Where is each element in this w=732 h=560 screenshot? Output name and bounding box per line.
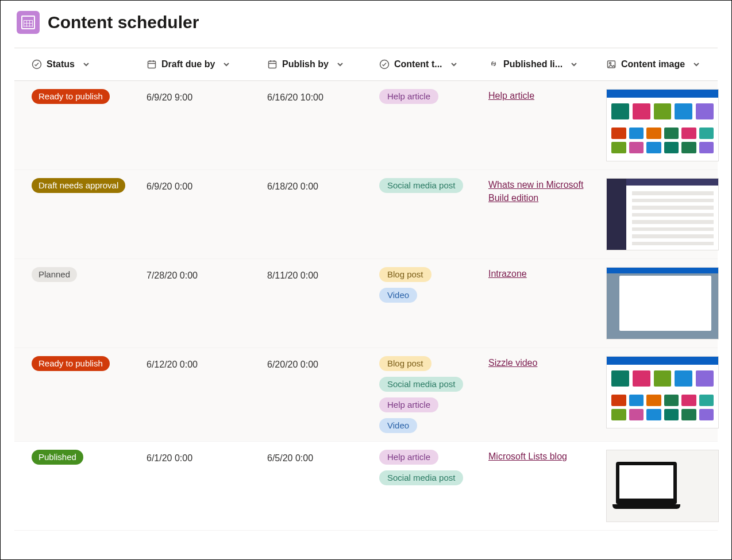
published-link-cell: Sizzle video bbox=[488, 356, 606, 369]
status-cell: Draft needs approval bbox=[32, 178, 147, 195]
content-type-cell: Social media post bbox=[379, 178, 488, 193]
table-row[interactable]: Ready to publish6/9/20 9:006/16/20 10:00… bbox=[14, 81, 718, 170]
content-image-thumbnail[interactable] bbox=[606, 450, 719, 522]
column-header[interactable]: Status bbox=[32, 48, 147, 80]
table-row[interactable]: Ready to publish6/12/20 0:006/20/20 0:00… bbox=[14, 348, 718, 442]
column-header[interactable]: Published li... bbox=[488, 48, 606, 80]
column-header[interactable]: Content t... bbox=[379, 48, 488, 80]
calendar-app-icon bbox=[17, 11, 40, 34]
content-image-thumbnail[interactable] bbox=[606, 178, 719, 250]
published-link[interactable]: Help article bbox=[488, 91, 534, 101]
content-type-cell: Blog postVideo bbox=[379, 267, 488, 303]
table-row[interactable]: Planned7/28/20 0:008/11/20 0:00Blog post… bbox=[14, 259, 718, 348]
column-label: Status bbox=[47, 59, 75, 69]
publish-by-cell: 8/11/20 0:00 bbox=[267, 267, 379, 281]
link-icon bbox=[488, 59, 499, 69]
image-icon bbox=[606, 59, 617, 69]
content-image-cell bbox=[606, 267, 732, 339]
status-cell: Published bbox=[32, 450, 147, 466]
content-type-chip: Blog post bbox=[379, 356, 432, 371]
svg-rect-1 bbox=[148, 61, 156, 68]
content-image-thumbnail[interactable] bbox=[606, 89, 719, 161]
chevron-down-icon bbox=[337, 61, 344, 68]
draft-due-cell: 6/12/20 0:00 bbox=[147, 356, 267, 370]
content-type-cell: Blog postSocial media postHelp articleVi… bbox=[379, 356, 488, 433]
content-type-chip: Social media post bbox=[379, 377, 463, 392]
status-cell: Ready to publish bbox=[32, 89, 147, 106]
published-link[interactable]: Sizzle video bbox=[488, 358, 537, 368]
status-badge: Ready to publish bbox=[32, 89, 110, 104]
content-type-chip: Blog post bbox=[379, 267, 432, 282]
published-link[interactable]: Intrazone bbox=[488, 269, 527, 279]
content-type-chip: Help article bbox=[379, 397, 438, 412]
content-image-thumbnail[interactable] bbox=[606, 356, 719, 428]
publish-by-cell: 6/5/20 0:00 bbox=[267, 450, 379, 464]
status-cell: Ready to publish bbox=[32, 356, 147, 373]
calendar-icon bbox=[147, 59, 157, 69]
publish-by-cell: 6/20/20 0:00 bbox=[267, 356, 379, 370]
svg-point-5 bbox=[610, 63, 611, 64]
draft-due-cell: 6/9/20 0:00 bbox=[147, 178, 267, 192]
table-row[interactable]: Published6/1/20 0:006/5/20 0:00Help arti… bbox=[14, 442, 718, 531]
column-header[interactable]: Content image bbox=[606, 48, 732, 80]
page-title: Content scheduler bbox=[48, 13, 199, 32]
column-headers: StatusDraft due byPublish byContent t...… bbox=[14, 48, 718, 81]
column-label: Content image bbox=[621, 59, 685, 69]
content-type-chip: Video bbox=[379, 418, 417, 433]
draft-due-cell: 6/9/20 9:00 bbox=[147, 89, 267, 103]
column-label: Content t... bbox=[394, 59, 442, 69]
status-cell: Planned bbox=[32, 267, 147, 284]
column-label: Published li... bbox=[503, 59, 563, 69]
content-type-cell: Help articleSocial media post bbox=[379, 450, 488, 485]
table-row[interactable]: Draft needs approval6/9/20 0:006/18/20 0… bbox=[14, 170, 718, 259]
published-link-cell: Whats new in Microsoft Build edition bbox=[488, 178, 606, 204]
content-type-chip: Help article bbox=[379, 89, 438, 104]
content-type-chip: Video bbox=[379, 288, 417, 303]
chevron-down-icon bbox=[693, 61, 700, 68]
content-image-thumbnail[interactable] bbox=[606, 267, 719, 339]
svg-rect-2 bbox=[269, 61, 276, 68]
column-header[interactable]: Publish by bbox=[267, 48, 379, 80]
status-badge: Published bbox=[32, 450, 83, 465]
content-image-cell bbox=[606, 89, 732, 161]
column-label: Draft due by bbox=[161, 59, 215, 69]
content-type-chip: Social media post bbox=[379, 470, 463, 485]
content-type-chip: Help article bbox=[379, 450, 438, 465]
column-label: Publish by bbox=[282, 59, 329, 69]
status-badge: Draft needs approval bbox=[32, 178, 125, 193]
content-type-cell: Help article bbox=[379, 89, 488, 104]
content-image-cell bbox=[606, 356, 732, 428]
calendar-icon bbox=[267, 59, 278, 69]
published-link[interactable]: Whats new in Microsoft Build edition bbox=[488, 180, 583, 203]
content-image-cell bbox=[606, 450, 732, 522]
published-link-cell: Intrazone bbox=[488, 267, 606, 280]
content-image-cell bbox=[606, 178, 732, 250]
publish-by-cell: 6/18/20 0:00 bbox=[267, 178, 379, 192]
status-check-icon bbox=[32, 59, 42, 69]
draft-due-cell: 6/1/20 0:00 bbox=[147, 450, 267, 464]
status-badge: Ready to publish bbox=[32, 356, 110, 371]
content-type-chip: Social media post bbox=[379, 178, 463, 193]
chevron-down-icon bbox=[83, 61, 90, 68]
published-link-cell: Help article bbox=[488, 89, 606, 102]
chevron-down-icon bbox=[450, 61, 457, 68]
draft-due-cell: 7/28/20 0:00 bbox=[147, 267, 267, 281]
publish-by-cell: 6/16/20 10:00 bbox=[267, 89, 379, 103]
published-link[interactable]: Microsoft Lists blog bbox=[488, 451, 567, 461]
page-header: Content scheduler bbox=[1, 1, 731, 48]
chevron-down-icon bbox=[571, 61, 577, 68]
published-link-cell: Microsoft Lists blog bbox=[488, 450, 606, 463]
status-check-icon bbox=[379, 59, 390, 69]
column-header[interactable]: Draft due by bbox=[147, 48, 267, 80]
grid-rows: Ready to publish6/9/20 9:006/16/20 10:00… bbox=[14, 81, 718, 531]
status-badge: Planned bbox=[32, 267, 77, 282]
chevron-down-icon bbox=[223, 61, 230, 68]
